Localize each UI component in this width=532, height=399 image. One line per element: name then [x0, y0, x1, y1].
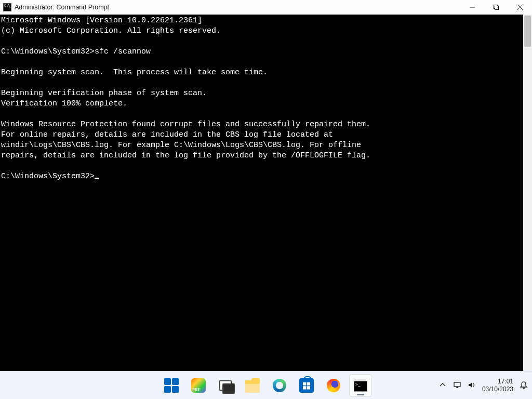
firefox-icon	[327, 379, 340, 392]
maximize-button[interactable]	[484, 0, 508, 15]
taskbar-app-pre[interactable]	[187, 374, 210, 397]
start-button[interactable]	[160, 374, 183, 397]
svg-rect-1	[495, 6, 499, 10]
cmd-icon	[354, 379, 367, 392]
taskbar-clock[interactable]: 17:01 03/10/2023	[482, 378, 513, 393]
taskbar: 17:01 03/10/2023	[0, 371, 532, 399]
scrollbar-thumb[interactable]	[524, 16, 531, 47]
console-output[interactable]: Microsoft Windows [Version 10.0.22621.23…	[0, 15, 522, 371]
text-cursor	[95, 178, 99, 179]
svg-rect-3	[454, 382, 460, 387]
pre-app-icon	[191, 378, 206, 393]
notifications-button[interactable]	[520, 381, 528, 391]
close-button[interactable]	[508, 0, 532, 15]
store-icon	[299, 378, 314, 393]
folder-icon	[245, 378, 260, 393]
network-icon[interactable]	[453, 381, 461, 391]
task-view-button[interactable]	[214, 374, 237, 397]
taskbar-center-group	[160, 374, 372, 397]
cmd-app-icon	[3, 3, 11, 11]
taskbar-date: 03/10/2023	[482, 385, 513, 393]
task-view-icon	[218, 378, 233, 393]
taskbar-time: 17:01	[482, 378, 513, 385]
file-explorer-button[interactable]	[241, 374, 264, 397]
firefox-button[interactable]	[322, 374, 345, 397]
tray-overflow-button[interactable]	[438, 381, 447, 391]
windows-start-icon	[164, 378, 179, 393]
minimize-button[interactable]	[460, 0, 484, 15]
command-prompt-window: Administrator: Command Prompt Microsoft …	[0, 0, 532, 371]
volume-icon[interactable]	[468, 381, 476, 391]
window-title: Administrator: Command Prompt	[15, 4, 109, 11]
microsoft-store-button[interactable]	[295, 374, 318, 397]
command-prompt-taskbar-button[interactable]	[349, 374, 372, 397]
svg-point-4	[523, 387, 525, 389]
edge-button[interactable]	[268, 374, 291, 397]
console-area: Microsoft Windows [Version 10.0.22621.23…	[0, 15, 532, 371]
titlebar[interactable]: Administrator: Command Prompt	[0, 0, 532, 15]
system-tray: 17:01 03/10/2023	[438, 371, 528, 399]
vertical-scrollbar[interactable]	[523, 15, 532, 371]
edge-icon	[273, 379, 286, 392]
